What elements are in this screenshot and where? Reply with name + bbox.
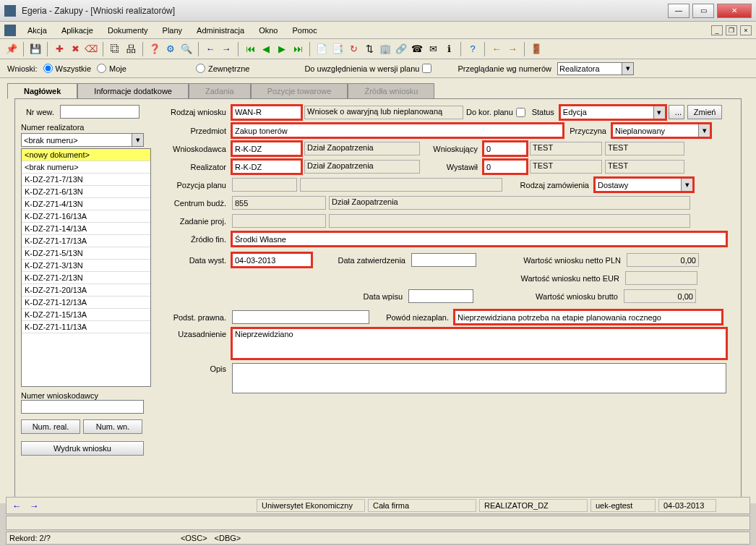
rodzaj-zam-select[interactable] bbox=[595, 178, 682, 192]
powod-field[interactable] bbox=[455, 310, 722, 324]
nav-prev-icon[interactable]: ← bbox=[489, 42, 504, 56]
chevron-down-icon[interactable]: ▾ bbox=[682, 178, 693, 192]
radio-wszystkie[interactable]: Wszystkie bbox=[43, 64, 92, 73]
przegladanie-select[interactable] bbox=[557, 62, 622, 75]
data-wyst-field[interactable] bbox=[232, 253, 312, 267]
zmien-button[interactable]: Zmień bbox=[687, 105, 723, 119]
wnioskodawca-field[interactable] bbox=[232, 142, 301, 155]
copy-icon[interactable]: ⿻ bbox=[108, 42, 122, 56]
list-item[interactable]: K-DZ-271-3/13N bbox=[22, 260, 150, 272]
next-icon[interactable]: → bbox=[219, 42, 233, 56]
wydruk-button[interactable]: Wydruk wniosku bbox=[21, 441, 144, 456]
list-item[interactable]: K-DZ-271-7/13N bbox=[22, 174, 150, 186]
list-item[interactable]: K-DZ-271-6/13N bbox=[22, 186, 150, 198]
tab-naglowek[interactable]: Nagłówek bbox=[7, 83, 77, 99]
opis-field[interactable] bbox=[232, 363, 726, 393]
tab-info[interactable]: Informacje dodatkowe bbox=[77, 83, 189, 99]
doc1-icon[interactable]: 📄 bbox=[314, 42, 329, 56]
wnioskujacy-field[interactable] bbox=[484, 142, 527, 155]
list-item[interactable]: K-DZ-271-17/13A bbox=[22, 235, 150, 247]
przedmiot-field[interactable] bbox=[232, 124, 563, 137]
save-icon[interactable]: 💾 bbox=[28, 42, 43, 56]
podst-field[interactable] bbox=[232, 310, 369, 324]
delete-icon[interactable]: ✖ bbox=[68, 42, 82, 56]
data-wpisu-field[interactable] bbox=[408, 289, 473, 303]
mdi-restore[interactable]: ❐ bbox=[726, 25, 737, 35]
menu-dokumenty[interactable]: Dokumenty bbox=[102, 25, 154, 36]
menu-administracja[interactable]: Administracja bbox=[191, 25, 250, 36]
list-item[interactable]: K-DZ-271-15/13A bbox=[22, 309, 150, 321]
sort-icon[interactable]: ⇅ bbox=[362, 42, 377, 56]
rodzaj-wniosku-field[interactable] bbox=[232, 106, 301, 119]
tab-pozycje[interactable]: Pozycje towarowe bbox=[251, 83, 348, 99]
list-item[interactable]: K-DZ-271-4/13N bbox=[22, 198, 150, 210]
realizator-list[interactable]: <nowy dokument><brak numeru>K-DZ-271-7/1… bbox=[21, 148, 151, 387]
refresh-icon[interactable]: ↻ bbox=[346, 42, 361, 56]
list-item[interactable]: K-DZ-271-5/13N bbox=[22, 247, 150, 260]
chevron-down-icon[interactable]: ▾ bbox=[699, 124, 710, 137]
link-icon[interactable]: 🔗 bbox=[394, 42, 408, 56]
nr-wew-field[interactable] bbox=[60, 105, 139, 119]
chevron-down-icon[interactable]: ▾ bbox=[132, 133, 144, 147]
data-zatw-field[interactable] bbox=[411, 253, 476, 267]
tree-icon[interactable]: 品 bbox=[124, 42, 138, 56]
org-icon[interactable]: 🏢 bbox=[378, 42, 392, 56]
info-icon[interactable]: ℹ bbox=[442, 42, 456, 56]
mdi-close[interactable]: × bbox=[740, 25, 752, 35]
search-icon[interactable]: 🔍 bbox=[179, 42, 194, 56]
mail-icon[interactable]: ✉ bbox=[426, 42, 440, 56]
clear-icon[interactable]: ⌫ bbox=[84, 42, 98, 56]
check-do-uwz[interactable]: Do uwzględnienia w wersji planu bbox=[304, 64, 431, 73]
chevron-down-icon[interactable]: ▾ bbox=[622, 62, 634, 75]
help-icon[interactable]: ❓ bbox=[147, 42, 162, 56]
przyczyna-select[interactable] bbox=[612, 124, 699, 137]
list-item[interactable]: K-DZ-271-20/13A bbox=[22, 284, 150, 297]
num-real-button[interactable]: Num. real. bbox=[21, 419, 80, 434]
zrodlo-field[interactable] bbox=[232, 232, 726, 246]
help2-icon[interactable]: ? bbox=[465, 42, 480, 56]
menu-aplikacje[interactable]: Aplikacje bbox=[56, 25, 99, 36]
list-item[interactable]: K-DZ-271-12/13A bbox=[22, 297, 150, 309]
menu-plany[interactable]: Plany bbox=[157, 25, 189, 36]
list-item[interactable]: K-DZ-271-14/13A bbox=[22, 223, 150, 235]
numer-real-select[interactable] bbox=[21, 133, 132, 147]
menu-akcja[interactable]: Akcja bbox=[22, 25, 53, 36]
num-wn-button[interactable]: Num. wn. bbox=[83, 419, 142, 434]
doc2-icon[interactable]: 📑 bbox=[330, 42, 345, 56]
realizator-field[interactable] bbox=[232, 160, 301, 174]
first-icon[interactable]: ⏮ bbox=[243, 42, 257, 56]
filter-icon[interactable]: ⚙ bbox=[163, 42, 178, 56]
uzasadnienie-field[interactable] bbox=[232, 328, 726, 359]
list-item[interactable]: K-DZ-271-2/13N bbox=[22, 272, 150, 284]
maximize-button[interactable]: ▭ bbox=[692, 4, 714, 18]
list-item[interactable]: <brak numeru> bbox=[22, 161, 150, 174]
phone-icon[interactable]: ☎ bbox=[410, 42, 424, 56]
prev-icon[interactable]: ← bbox=[203, 42, 218, 56]
pin-icon[interactable]: 📌 bbox=[4, 42, 19, 56]
nav-fwd-icon[interactable]: → bbox=[27, 498, 41, 513]
wystawil-field[interactable] bbox=[484, 160, 527, 174]
close-button[interactable]: ✕ bbox=[717, 4, 752, 18]
nav-back-icon[interactable]: ← bbox=[9, 498, 24, 513]
fwd-icon[interactable]: ▶ bbox=[275, 42, 289, 56]
minimize-button[interactable]: — bbox=[668, 4, 690, 18]
nav-next-icon[interactable]: → bbox=[505, 42, 520, 56]
radio-moje[interactable]: Moje bbox=[97, 64, 126, 73]
tab-zadania[interactable]: Zadania bbox=[189, 83, 251, 99]
chevron-down-icon[interactable]: ▾ bbox=[654, 106, 666, 119]
add-icon[interactable]: ✚ bbox=[52, 42, 66, 56]
list-item[interactable]: <nowy dokument> bbox=[22, 149, 150, 161]
exit-icon[interactable]: 🚪 bbox=[529, 42, 544, 56]
list-item[interactable]: K-DZ-271-16/13A bbox=[22, 210, 150, 223]
numer-wn-field[interactable] bbox=[21, 400, 144, 414]
radio-zewnetrzne[interactable]: Zewnętrzne bbox=[196, 64, 249, 73]
mdi-minimize[interactable]: _ bbox=[711, 25, 723, 35]
list-item[interactable]: K-DZ-271-11/13A bbox=[22, 321, 150, 333]
ellipsis-button[interactable]: ... bbox=[669, 105, 684, 119]
last-icon[interactable]: ⏭ bbox=[291, 42, 305, 56]
do-kor-check[interactable] bbox=[516, 108, 525, 117]
tab-zrodla[interactable]: Źródła wniosku bbox=[348, 83, 434, 99]
status-select[interactable] bbox=[560, 106, 654, 119]
menu-pomoc[interactable]: Pomoc bbox=[286, 25, 322, 36]
menu-okno[interactable]: Okno bbox=[253, 25, 283, 36]
